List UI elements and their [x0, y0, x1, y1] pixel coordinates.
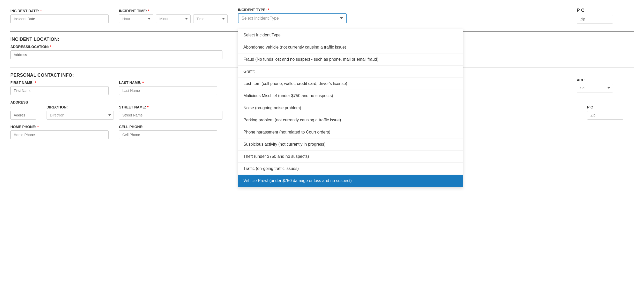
incident-type-required: *	[268, 8, 269, 12]
incident-type-dropdown: Select Incident TypeAbondoned vehicle (n…	[238, 29, 463, 187]
pc-label-right: P C	[577, 8, 634, 13]
incident-type-label: INCIDENT TYPE: *	[238, 8, 347, 12]
race-section-partial: ACE: Sel	[577, 78, 634, 92]
right-zip-section: P C	[587, 105, 634, 120]
street-name-label: STREET NAME: *	[119, 105, 222, 109]
incident-date-input[interactable]	[10, 14, 109, 23]
home-phone-input[interactable]	[10, 130, 109, 139]
dropdown-item[interactable]: Suspicious activity (not currently in pr…	[238, 138, 463, 151]
minute-select[interactable]: Minut	[156, 14, 190, 23]
street-name-required: *	[147, 105, 148, 109]
incident-type-select[interactable]: Select Incident Type	[238, 13, 347, 23]
incident-type-wrapper: Select Incident Type Select Incident Typ…	[238, 13, 347, 23]
first-name-required: *	[35, 81, 36, 85]
address-num-input[interactable]	[10, 111, 36, 120]
cell-phone-label: CELL PHONE:	[119, 125, 217, 129]
dropdown-item[interactable]: Phone harassment (not related to Court o…	[238, 126, 463, 138]
cell-phone-input[interactable]	[119, 130, 217, 139]
pc-zip-input[interactable]	[577, 15, 613, 23]
race-select[interactable]: Sel	[577, 84, 613, 92]
first-name-label: FIRST NAME: *	[10, 81, 109, 85]
direction-label: DIRECTION:	[47, 105, 114, 109]
dropdown-item[interactable]: Abondoned vehicle (not currently causing…	[238, 41, 463, 53]
last-name-input[interactable]	[119, 86, 217, 95]
dropdown-item[interactable]: Fraud (No funds lost and no suspect - su…	[238, 53, 463, 66]
incident-time-required: *	[148, 9, 149, 13]
dropdown-item[interactable]: Noise (on-going noise problem)	[238, 102, 463, 114]
dropdown-item[interactable]: Lost Item (cell phone, wallet, credit ca…	[238, 78, 463, 90]
dropdown-item[interactable]: Theft (under $750 and no suspects)	[238, 151, 463, 163]
time-ampm-select[interactable]: Time	[193, 14, 228, 23]
incident-date-required: *	[40, 9, 42, 13]
dropdown-item[interactable]: Parking problem (not currently causing a…	[238, 114, 463, 126]
street-name-input[interactable]	[119, 111, 222, 120]
incident-date-label: INCIDENT DATE: *	[10, 9, 109, 13]
home-phone-required: *	[37, 125, 39, 129]
hour-select[interactable]: Hour	[119, 14, 153, 23]
dropdown-item[interactable]: Malicious Mischief (under $750 and no su…	[238, 90, 463, 102]
address-dir-label: ADDRESS	[10, 100, 41, 104]
right-zip-input[interactable]	[587, 111, 623, 120]
last-name-label: LAST NAME: *	[119, 81, 217, 85]
chevron-down-icon	[340, 17, 343, 19]
home-phone-label: HOME PHONE: *	[10, 125, 109, 129]
address-required: *	[50, 45, 51, 49]
address-input[interactable]	[10, 50, 222, 59]
dropdown-item[interactable]: Traffic (on-going traffic issues)	[238, 163, 463, 175]
dropdown-item[interactable]: Graffiti	[238, 66, 463, 78]
last-name-required: *	[142, 81, 144, 85]
dropdown-item[interactable]: Vehicle Prowl (under $750 damage or loss…	[238, 175, 463, 187]
incident-type-value: Select Incident Type	[242, 16, 279, 21]
first-name-input[interactable]	[10, 86, 109, 95]
direction-select[interactable]: Direction N S E W NE NW SE SW	[47, 111, 114, 120]
incident-time-label: INCIDENT TIME: *	[119, 9, 228, 13]
dropdown-item[interactable]: Select Incident Type	[238, 29, 463, 41]
